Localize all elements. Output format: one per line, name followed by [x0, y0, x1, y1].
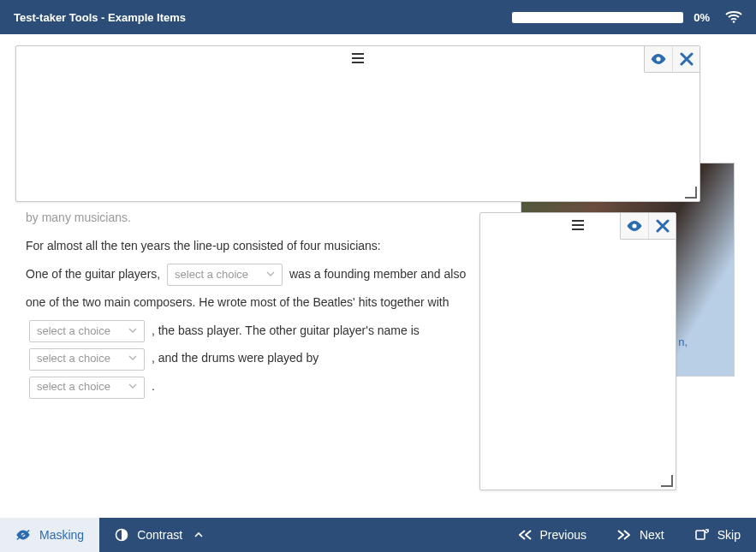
skip-label: Skip — [717, 528, 741, 542]
select-placeholder: select a choice — [37, 374, 110, 401]
content-area: n, by many musicians. For almost all the… — [0, 34, 756, 518]
chevron-down-icon — [128, 318, 137, 345]
text-frag-c: , the bass player. The other guitar play… — [152, 323, 420, 337]
text-frag-d: , and the drums were played by — [152, 351, 318, 365]
skip-button[interactable]: Skip — [680, 518, 756, 552]
svg-point-0 — [733, 21, 735, 23]
header-bar: Test-taker Tools - Example Items 0% — [0, 0, 756, 34]
mask-close-button[interactable] — [672, 46, 699, 72]
progress-percent: 0% — [693, 11, 710, 24]
partial-line: by many musicians. — [26, 211, 131, 224]
contrast-button[interactable]: Contrast — [99, 518, 218, 552]
progress-indicator: 0% — [512, 11, 710, 24]
next-label: Next — [640, 528, 664, 542]
footer-bar: Masking Contrast Previous — [0, 518, 756, 552]
select-choice-3[interactable]: select a choice — [29, 348, 145, 371]
progress-bar — [512, 12, 683, 23]
select-placeholder: select a choice — [37, 346, 110, 372]
next-icon — [617, 530, 631, 540]
eye-off-icon — [15, 529, 31, 541]
contrast-icon — [115, 528, 128, 542]
wifi-icon — [725, 10, 742, 24]
select-choice-2[interactable]: select a choice — [29, 320, 145, 342]
image-caption-fragment: n, — [678, 335, 688, 348]
resize-handle[interactable] — [685, 187, 697, 199]
resize-handle[interactable] — [661, 475, 673, 487]
svg-point-2 — [632, 223, 636, 228]
text-frag-a: One of the guitar players, — [26, 267, 160, 281]
mask-close-button[interactable] — [648, 213, 676, 239]
masking-label: Masking — [39, 528, 84, 542]
chevron-down-icon — [128, 374, 137, 401]
svg-rect-5 — [696, 531, 705, 539]
select-placeholder: select a choice — [175, 262, 248, 288]
chevron-up-icon — [194, 531, 203, 538]
previous-icon — [518, 530, 532, 540]
next-button[interactable]: Next — [602, 518, 680, 552]
select-placeholder: select a choice — [37, 318, 110, 345]
drag-handle-icon[interactable] — [571, 217, 585, 235]
mask-visibility-button[interactable] — [645, 46, 672, 72]
skip-icon — [695, 529, 709, 541]
mask-visibility-button[interactable] — [621, 213, 648, 239]
chevron-down-icon — [128, 346, 137, 372]
masking-button[interactable]: Masking — [0, 518, 99, 552]
previous-label: Previous — [540, 528, 586, 542]
svg-point-1 — [656, 56, 660, 61]
page-title: Test-taker Tools - Example Items — [14, 11, 186, 24]
mask-panel-1[interactable] — [15, 45, 700, 202]
previous-button[interactable]: Previous — [503, 518, 602, 552]
chevron-down-icon — [266, 262, 275, 288]
mask-panel-2[interactable] — [479, 212, 676, 490]
select-choice-1[interactable]: select a choice — [167, 264, 283, 286]
contrast-label: Contrast — [137, 528, 182, 542]
passage-text: by many musicians. For almost all the te… — [26, 204, 479, 401]
drag-handle-icon[interactable] — [351, 50, 365, 68]
select-choice-4[interactable]: select a choice — [29, 377, 145, 399]
text-line-1: For almost all the ten years the line-up… — [26, 239, 381, 252]
text-frag-e: . — [152, 379, 155, 393]
